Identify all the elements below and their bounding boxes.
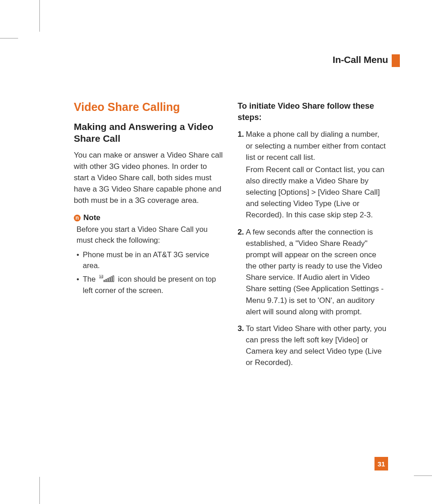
page-number: 31 bbox=[378, 460, 385, 468]
two-column-content: Video Share Calling Making and Answering… bbox=[74, 101, 388, 475]
right-column: To initiate Video Share follow these ste… bbox=[238, 101, 388, 475]
step-text: Make a phone call by dialing a number, o… bbox=[246, 130, 386, 161]
step-number: 1. bbox=[238, 129, 244, 221]
step-text: A few seconds after the connection is es… bbox=[246, 226, 388, 317]
svg-rect-7 bbox=[113, 276, 114, 282]
step-item: 3. To start Video Share with other party… bbox=[238, 323, 388, 369]
step-item: 1. Make a phone call by dialing a number… bbox=[238, 129, 388, 221]
page-header: In-Call Menu bbox=[333, 54, 388, 65]
note-header: n Note bbox=[74, 213, 223, 222]
body-paragraph: You can make or answer a Video Share cal… bbox=[74, 149, 223, 206]
bullet-item: The 3G bbox=[77, 274, 223, 296]
note-body: Before you start a Video Share Call you … bbox=[74, 224, 223, 246]
note-block: n Note Before you start a Video Share Ca… bbox=[74, 213, 223, 296]
note-icon: n bbox=[74, 215, 81, 221]
svg-text:3G: 3G bbox=[100, 275, 103, 278]
topic-heading: Video Share Calling bbox=[74, 101, 223, 114]
sub-heading: Making and Answering a Video Share Call bbox=[74, 121, 223, 145]
note-bullets: Phone must be in an AT&T 3G service area… bbox=[74, 250, 223, 296]
page-number-badge: 31 bbox=[374, 457, 388, 470]
steps-heading: To initiate Video Share follow these ste… bbox=[238, 101, 388, 123]
note-title: Note bbox=[83, 213, 101, 222]
bullet-item: Phone must be in an AT&T 3G service area… bbox=[77, 250, 223, 271]
crop-mark bbox=[414, 475, 432, 476]
crop-mark bbox=[39, 477, 40, 504]
left-column: Video Share Calling Making and Answering… bbox=[74, 101, 223, 475]
svg-rect-2 bbox=[104, 280, 105, 282]
step-item: 2. A few seconds after the connection is… bbox=[238, 226, 388, 317]
svg-rect-4 bbox=[107, 278, 109, 282]
step-subtext: From Recent call or Contact list, you ca… bbox=[246, 164, 388, 221]
crop-mark bbox=[0, 38, 18, 38]
manual-page: In-Call Menu Video Share Calling Making … bbox=[39, 38, 422, 475]
step-number: 3. bbox=[238, 323, 244, 369]
step-number: 2. bbox=[238, 226, 244, 317]
steps-list: 1. Make a phone call by dialing a number… bbox=[238, 129, 388, 368]
section-title: In-Call Menu bbox=[333, 54, 388, 65]
step-text: To start Video Share with other party, y… bbox=[246, 323, 388, 369]
svg-rect-5 bbox=[109, 278, 110, 282]
signal-3g-icon: 3G bbox=[99, 274, 115, 285]
svg-rect-3 bbox=[106, 279, 107, 282]
crop-mark bbox=[39, 0, 40, 32]
svg-rect-6 bbox=[111, 277, 112, 282]
header-accent-tab bbox=[392, 54, 400, 67]
